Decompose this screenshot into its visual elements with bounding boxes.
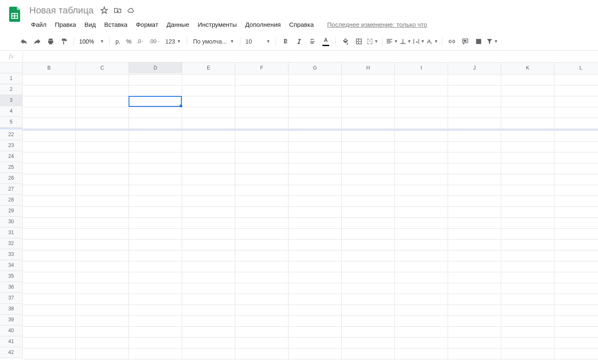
- cell-G42[interactable]: [289, 349, 342, 359]
- cell-G36[interactable]: [289, 283, 342, 294]
- cell-C39[interactable]: [76, 316, 129, 327]
- cell-H33[interactable]: [342, 250, 395, 261]
- column-header-G[interactable]: G: [289, 62, 342, 73]
- menu-help[interactable]: Справка: [286, 19, 317, 30]
- cell-E4[interactable]: [182, 107, 235, 118]
- row-header-34[interactable]: 34: [0, 260, 22, 271]
- cell-H5[interactable]: [342, 118, 395, 129]
- cell-K25[interactable]: [501, 163, 554, 174]
- menu-insert[interactable]: Вставка: [101, 19, 131, 30]
- cell-F41[interactable]: [235, 338, 289, 349]
- cell-K36[interactable]: [501, 283, 554, 294]
- cell-B36[interactable]: [23, 283, 76, 294]
- row-header-25[interactable]: 25: [0, 162, 22, 173]
- cell-L33[interactable]: [554, 250, 598, 261]
- text-rotation-button[interactable]: ▼: [426, 35, 438, 48]
- cell-E42[interactable]: [182, 349, 235, 359]
- row-header-37[interactable]: 37: [0, 293, 22, 304]
- cell-B4[interactable]: [23, 107, 76, 118]
- cell-J30[interactable]: [448, 218, 501, 229]
- menu-edit[interactable]: Правка: [52, 19, 80, 30]
- row-header-32[interactable]: 32: [0, 238, 22, 249]
- cell-F30[interactable]: [235, 218, 289, 229]
- undo-button[interactable]: [18, 35, 30, 48]
- select-all-corner[interactable]: [0, 62, 23, 73]
- cell-C31[interactable]: [76, 229, 129, 240]
- cell-C41[interactable]: [76, 338, 129, 349]
- cell-K40[interactable]: [501, 327, 554, 338]
- cell-H40[interactable]: [342, 327, 395, 338]
- cell-C1[interactable]: [76, 75, 129, 85]
- cell-G2[interactable]: [289, 85, 342, 96]
- cell-H41[interactable]: [342, 338, 395, 349]
- cell-F34[interactable]: [235, 261, 289, 272]
- cell-I41[interactable]: [395, 338, 448, 349]
- column-header-F[interactable]: F: [235, 62, 289, 73]
- fill-color-button[interactable]: [339, 35, 352, 48]
- cell-D37[interactable]: [129, 294, 182, 305]
- cell-F38[interactable]: [235, 305, 289, 316]
- cell-I5[interactable]: [395, 118, 448, 129]
- cell-J1[interactable]: [448, 75, 501, 85]
- cell-J38[interactable]: [448, 305, 501, 316]
- row-header-39[interactable]: 39: [0, 315, 22, 325]
- cell-B30[interactable]: [23, 218, 76, 229]
- cell-J3[interactable]: [448, 96, 501, 107]
- cell-D27[interactable]: [129, 185, 182, 196]
- menu-tools[interactable]: Инструменты: [194, 19, 240, 30]
- cell-E28[interactable]: [182, 196, 235, 207]
- cell-D38[interactable]: [129, 305, 182, 316]
- cell-F36[interactable]: [235, 283, 289, 294]
- cell-G5[interactable]: [289, 118, 342, 129]
- cell-B2[interactable]: [23, 85, 76, 96]
- cell-K39[interactable]: [501, 316, 554, 327]
- cell-J27[interactable]: [448, 185, 501, 196]
- cell-I24[interactable]: [395, 152, 448, 163]
- row-header-23[interactable]: 23: [0, 140, 22, 151]
- cell-I29[interactable]: [395, 207, 448, 218]
- menu-view[interactable]: Вид: [81, 19, 99, 30]
- cell-L27[interactable]: [554, 185, 598, 196]
- cell-C30[interactable]: [76, 218, 129, 229]
- cell-E31[interactable]: [182, 229, 235, 240]
- cell-D28[interactable]: [129, 196, 182, 207]
- column-header-I[interactable]: I: [395, 62, 448, 73]
- cell-G34[interactable]: [289, 261, 342, 272]
- borders-button[interactable]: [353, 35, 365, 48]
- column-header-D[interactable]: D: [129, 62, 182, 73]
- cell-L38[interactable]: [554, 305, 598, 316]
- cell-J29[interactable]: [448, 207, 501, 218]
- cell-I37[interactable]: [395, 294, 448, 305]
- cell-K34[interactable]: [501, 261, 554, 272]
- cell-E30[interactable]: [182, 218, 235, 229]
- menu-addons[interactable]: Дополнения: [242, 19, 284, 30]
- cell-L1[interactable]: [554, 75, 598, 85]
- cell-B40[interactable]: [23, 327, 76, 338]
- row-header-28[interactable]: 28: [0, 195, 22, 206]
- row-header-29[interactable]: 29: [0, 206, 22, 217]
- cell-J37[interactable]: [448, 294, 501, 305]
- cell-G41[interactable]: [289, 338, 342, 349]
- cell-C33[interactable]: [76, 250, 129, 261]
- cell-E24[interactable]: [182, 152, 235, 163]
- cell-H37[interactable]: [342, 294, 395, 305]
- cell-I27[interactable]: [395, 185, 448, 196]
- cell-I42[interactable]: [395, 349, 448, 359]
- cell-L23[interactable]: [554, 142, 598, 152]
- row-header-38[interactable]: 38: [0, 304, 22, 315]
- cell-D3[interactable]: [129, 96, 182, 107]
- cell-K38[interactable]: [501, 305, 554, 316]
- cell-F26[interactable]: [235, 174, 289, 185]
- cell-J36[interactable]: [448, 283, 501, 294]
- cell-F3[interactable]: [235, 96, 289, 107]
- cell-K31[interactable]: [501, 229, 554, 240]
- cell-E2[interactable]: [182, 85, 235, 96]
- cell-K32[interactable]: [501, 240, 554, 250]
- cell-G1[interactable]: [289, 75, 342, 85]
- cell-D31[interactable]: [129, 229, 182, 240]
- cell-J25[interactable]: [448, 163, 501, 174]
- cell-G25[interactable]: [289, 163, 342, 174]
- cell-K2[interactable]: [501, 85, 554, 96]
- cell-I31[interactable]: [395, 229, 448, 240]
- cell-I26[interactable]: [395, 174, 448, 185]
